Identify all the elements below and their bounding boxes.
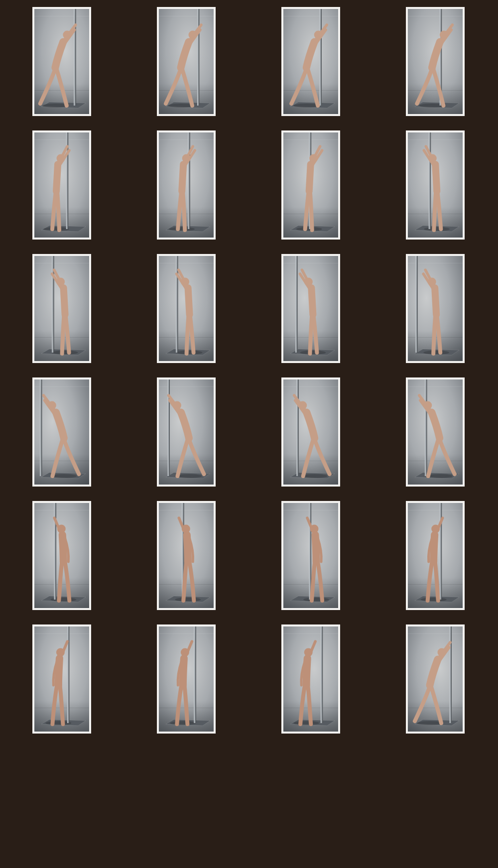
- figure-floor-shadow: [52, 351, 78, 355]
- figure-head: [57, 525, 66, 533]
- vertical-pole: [194, 626, 196, 723]
- reference-photo-r5-v2[interactable]: [157, 501, 216, 610]
- figure-head: [298, 401, 307, 410]
- reference-photo-r4-v1[interactable]: [32, 377, 91, 487]
- figure-floor-shadow: [43, 227, 69, 231]
- figure-head: [431, 525, 440, 533]
- studio-photo-image: [283, 132, 338, 238]
- studio-photo-image: [283, 503, 338, 608]
- vertical-pole: [429, 132, 431, 229]
- studio-photo-image: [283, 379, 338, 485]
- reference-photo-r3-v1[interactable]: [32, 254, 91, 363]
- reference-photo-r6-v1[interactable]: [32, 624, 91, 734]
- ceiling-corner-line: [159, 139, 214, 140]
- vertical-pole: [40, 379, 42, 476]
- studio-photo-image: [283, 626, 338, 732]
- studio-photo-image: [159, 132, 214, 238]
- studio-photo-image: [283, 256, 338, 361]
- studio-photo-image: [34, 9, 89, 114]
- reference-photo-r2-v4[interactable]: [406, 130, 465, 240]
- figure-head: [428, 278, 436, 286]
- vertical-pole: [74, 9, 76, 106]
- figure-head: [310, 525, 319, 533]
- studio-photo-image: [34, 256, 89, 361]
- figure-floor-shadow: [175, 598, 201, 602]
- studio-photo-image: [34, 379, 89, 485]
- floor-shading: [34, 207, 89, 238]
- studio-photo-image: [283, 9, 338, 114]
- figure-head: [48, 401, 56, 410]
- figure-head: [309, 154, 318, 163]
- vertical-pole: [450, 626, 452, 723]
- reference-photo-r4-v3[interactable]: [281, 377, 340, 487]
- ceiling-corner-line: [34, 510, 89, 510]
- figure-head: [189, 31, 197, 39]
- figure-front-leg: [187, 315, 189, 354]
- figure-head: [56, 648, 65, 657]
- ceiling-corner-line: [408, 139, 463, 140]
- figure-head: [438, 648, 446, 657]
- figure-head: [57, 154, 65, 163]
- figure-torso: [187, 535, 188, 562]
- reference-photo-r3-v4[interactable]: [406, 254, 465, 363]
- studio-photo-image: [408, 503, 463, 608]
- ceiling-corner-line: [34, 386, 89, 387]
- figure-front-leg: [310, 191, 312, 230]
- figure-floor-shadow: [169, 227, 195, 231]
- reference-photo-r5-v1[interactable]: [32, 501, 91, 610]
- reference-photo-r1-v4[interactable]: [406, 7, 465, 116]
- reference-photo-r1-v1[interactable]: [32, 7, 91, 116]
- figure-head: [182, 154, 191, 163]
- studio-photo-image: [408, 379, 463, 485]
- vertical-pole: [415, 256, 417, 353]
- reference-photo-r2-v2[interactable]: [157, 130, 216, 240]
- vertical-pole: [295, 256, 297, 353]
- reference-photo-r1-v2[interactable]: [157, 7, 216, 116]
- ceiling-corner-line: [283, 386, 338, 387]
- floor-shading: [408, 84, 463, 114]
- figure-head: [63, 31, 71, 39]
- reference-photo-r6-v3[interactable]: [281, 624, 340, 734]
- figure-front-leg: [57, 191, 59, 230]
- ceiling-corner-line: [408, 386, 463, 387]
- contact-sheet: [0, 0, 498, 868]
- vertical-pole: [168, 379, 170, 476]
- floor-shading: [34, 454, 89, 485]
- figure-floor-shadow: [300, 351, 326, 355]
- reference-photo-r4-v4[interactable]: [406, 377, 465, 487]
- reference-photo-r2-v1[interactable]: [32, 130, 91, 240]
- reference-photo-r2-v3[interactable]: [281, 130, 340, 240]
- reference-photo-r3-v2[interactable]: [157, 254, 216, 363]
- ceiling-corner-line: [159, 510, 214, 510]
- figure-front-leg: [434, 191, 436, 230]
- studio-photo-image: [34, 503, 89, 608]
- figure-floor-shadow: [424, 227, 450, 231]
- reference-photo-r5-v3[interactable]: [281, 501, 340, 610]
- floor-shading: [159, 454, 214, 485]
- figure-head: [181, 648, 189, 657]
- figure-head: [181, 278, 189, 286]
- studio-photo-image: [408, 132, 463, 238]
- studio-photo-image: [159, 503, 214, 608]
- reference-photo-r6-v4[interactable]: [406, 624, 465, 734]
- studio-photo-image: [159, 626, 214, 732]
- reference-photo-r3-v3[interactable]: [281, 254, 340, 363]
- figure-floor-shadow: [303, 598, 329, 602]
- reference-photo-r1-v3[interactable]: [281, 7, 340, 116]
- vertical-pole: [296, 379, 298, 476]
- ceiling-corner-line: [283, 633, 338, 634]
- figure-front-leg: [183, 191, 185, 230]
- figure-head: [304, 648, 313, 657]
- reference-photo-r4-v2[interactable]: [157, 377, 216, 487]
- ceiling-corner-line: [159, 16, 214, 16]
- figure-floor-shadow: [170, 721, 196, 725]
- reference-photo-r5-v4[interactable]: [406, 501, 465, 610]
- figure-head: [56, 278, 65, 286]
- vertical-pole: [320, 9, 322, 106]
- figure-floor-shadow: [177, 351, 203, 355]
- studio-photo-image: [408, 256, 463, 361]
- studio-photo-image: [159, 379, 214, 485]
- reference-photo-r6-v2[interactable]: [157, 624, 216, 734]
- figure-head: [304, 278, 313, 286]
- ceiling-corner-line: [159, 386, 214, 387]
